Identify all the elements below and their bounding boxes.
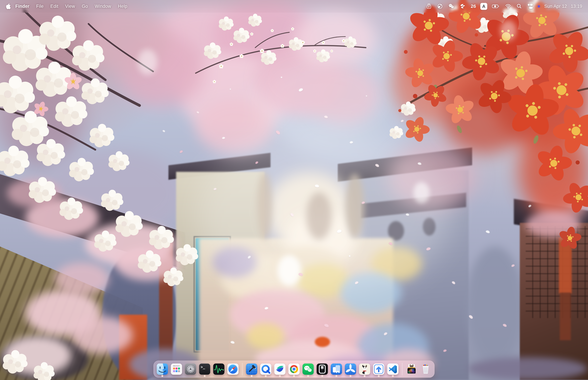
menu-bar-status: 26 A [426,3,582,10]
focus-indicator-dot [538,5,540,7]
dock-downloads[interactable] [406,361,417,378]
dock-chrome[interactable] [288,361,300,378]
running-indicator [204,375,206,377]
dock-activity-monitor[interactable] [213,361,225,378]
menu-edit[interactable]: Edit [47,4,62,9]
running-indicator [364,375,365,377]
jar-sparkle-icon[interactable] [426,3,432,10]
propeller-blueprint-icon [345,363,356,375]
menu-finder[interactable]: Finder [12,4,33,9]
petal [179,150,183,153]
chrome-logo [290,365,298,373]
lark-icon [274,363,285,375]
dock-upload-app[interactable] [373,361,385,378]
spotlight-icon[interactable] [516,3,523,10]
control-center-icon[interactable] [527,3,533,10]
running-indicator [336,375,337,377]
dock-divider [402,363,402,375]
running-indicator [251,375,252,377]
running-indicator [265,375,266,377]
menu-bar-left: Finder File Edit View Go Window Help [4,3,131,10]
apple-menu[interactable] [5,3,11,10]
dock-launchpad[interactable] [171,361,182,378]
clock-date: Sun Apr 12 [544,4,567,9]
petal [230,88,231,90]
svg-text:>_: >_ [201,365,205,369]
xcode-icon [246,363,257,375]
menu-bar-clock[interactable]: Sun Apr 12 13:19 [544,4,582,9]
petal [485,230,490,233]
dock-lark[interactable] [274,361,286,378]
system-settings-icon [185,363,196,375]
badge-count: 26 [471,3,476,9]
bird-icon[interactable] [459,3,466,10]
menu-file[interactable]: File [33,4,47,9]
dock-propeller-tool[interactable] [344,361,357,378]
running-indicator [162,375,163,377]
running-indicator [279,375,281,377]
dock-safari[interactable] [227,361,239,378]
menu-window[interactable]: Window [91,4,114,9]
chrome-icon [288,363,300,375]
dock-wechat[interactable] [302,361,314,378]
dock-divider [242,363,243,375]
downloads-stack-icon [406,363,417,375]
globe-icon[interactable] [436,3,443,10]
trash-full-icon [420,363,431,375]
dock-xcode[interactable] [246,361,258,378]
wechat-menubar-icon[interactable] [448,3,455,10]
dock-quicktime[interactable] [260,361,272,378]
dock-simulator[interactable] [330,361,342,378]
one-switch-icon [317,363,328,375]
dock-cat-app[interactable] [359,361,371,378]
wechat-icon [303,363,314,375]
running-indicator [378,375,379,377]
dock-one-switch[interactable] [316,361,328,378]
simulator-icon [331,363,342,375]
launchpad-icon [171,363,182,375]
petal [162,130,165,133]
wifi-icon[interactable] [505,3,512,10]
menu-bar: Finder File Edit View Go Window Help [0,0,588,13]
vscode-icon [387,363,398,375]
dock-terminal[interactable]: >_ [199,361,211,378]
running-indicator [392,375,394,377]
menu-go[interactable]: Go [78,4,91,9]
dock-vscode[interactable] [387,361,399,378]
finder-icon [157,363,168,375]
clock-time: 13:19 [571,4,582,9]
petal [366,95,367,97]
dock-trash[interactable] [420,361,432,378]
petal [281,76,282,78]
cat-avatar-icon [359,363,370,375]
quicktime-player-icon [260,363,271,375]
running-indicator [350,375,351,377]
petal [349,255,350,257]
dock: >_ [153,361,435,378]
safari-icon [227,363,239,375]
terminal-icon: >_ [199,363,210,375]
running-indicator [307,375,309,377]
desktop: Finder File Edit View Go Window Help [0,0,588,380]
activity-monitor-icon [213,363,224,375]
dock-system-settings[interactable] [185,361,196,378]
menu-help[interactable]: Help [114,4,131,9]
upload-arrow-icon [373,363,384,375]
battery-charging-icon[interactable] [492,3,500,10]
running-indicator [322,375,323,377]
apple-logo-icon [5,3,11,10]
wallpaper [0,0,588,380]
dock-finder[interactable] [156,361,168,378]
input-source-icon[interactable]: A [480,3,487,10]
running-indicator [293,375,295,377]
menu-view[interactable]: View [62,4,78,9]
